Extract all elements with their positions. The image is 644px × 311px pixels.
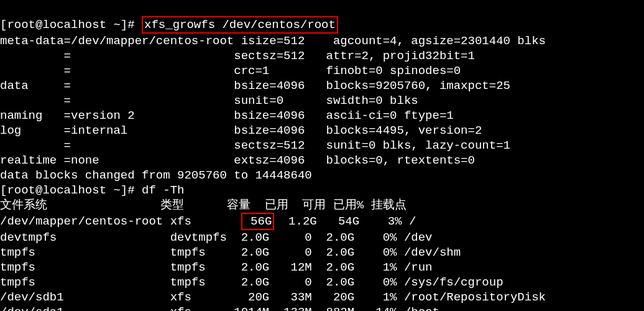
output-line: = sectsz=512 attr=2, projid32bit=1 <box>0 49 475 63</box>
df-row: devtmpfs devtmpfs 2.0G 0 2.0G 0% /dev <box>0 231 433 244</box>
df-row: tmpfs tmpfs 2.0G 0 2.0G 0% /dev/shm <box>0 246 461 259</box>
output-line: meta-data=/dev/mapper/centos-root isize=… <box>0 34 546 48</box>
df-row: tmpfs tmpfs 2.0G 12M 2.0G 1% /run <box>0 261 433 274</box>
output-line: = sunit=0 swidth=0 blks <box>0 94 418 108</box>
output-line: log =internal bsize=4096 blocks=4495, ve… <box>0 124 482 137</box>
output-line: = crc=1 finobt=0 spinodes=0 <box>0 64 461 78</box>
df-row: tmpfs tmpfs 2.0G 0 2.0G 0% /sys/fs/cgrou… <box>0 276 504 289</box>
df-row: 1.2G 54G 3% / <box>274 215 416 228</box>
prompt-1: [root@localhost ~]# <box>0 18 135 32</box>
output-line: data blocks changed from 9205760 to 1444… <box>0 169 312 182</box>
output-line: data = bsize=4096 blocks=9205760, imaxpc… <box>0 79 510 93</box>
size-highlight: 56G <box>241 213 275 230</box>
df-header: 文件系统 类型 容量 已用 可用 已用% 挂载点 <box>0 198 407 212</box>
command-df: df -Th <box>142 183 184 197</box>
output-line: = sectsz=512 sunit=0 blks, lazy-count=1 <box>0 139 510 152</box>
output-line: realtime =none extsz=4096 blocks=0, rtex… <box>0 154 475 167</box>
output-line: naming =version 2 bsize=4096 ascii-ci=0 … <box>0 109 454 123</box>
df-row: /dev/sdb1 xfs 20G 33M 20G 1% /root/Repos… <box>0 290 546 304</box>
prompt-2: [root@localhost ~]# <box>0 183 135 197</box>
df-row: /dev/mapper/centos-root xfs <box>0 215 241 228</box>
command-xfs-growfs: xfs_growfs /dev/centos/root <box>142 16 338 34</box>
df-row: /dev/sda1 xfs 1014M 133M 882M 14% /boot <box>0 305 439 311</box>
terminal-output[interactable]: [root@localhost ~]# xfs_growfs /dev/cent… <box>0 15 644 311</box>
